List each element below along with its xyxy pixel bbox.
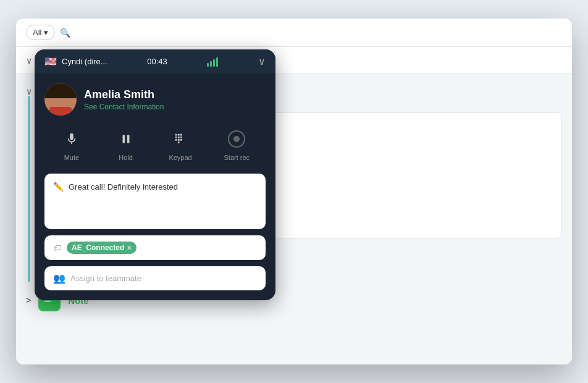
- phone-minimize-button[interactable]: ∨: [258, 56, 266, 67]
- timeline-line: [28, 96, 30, 282]
- flag-icon: 🇺🇸: [44, 56, 57, 67]
- start-rec-icon: [225, 128, 248, 150]
- phone-header: 🇺🇸 Cyndi (dire... 00:43 ∨: [35, 49, 275, 74]
- phone-timer: 00:43: [147, 57, 167, 66]
- tab-nav-chevron[interactable]: ∨: [26, 56, 32, 65]
- tag-chip-label: AE_Connected: [72, 243, 124, 252]
- phone-note-box[interactable]: ✏️ Great call! Definitely interested: [44, 174, 266, 229]
- contact-info-link[interactable]: See Contact Information: [84, 103, 266, 111]
- signal-bars: [207, 57, 218, 67]
- keypad-icon: [169, 128, 191, 150]
- mute-icon: [61, 128, 83, 150]
- dropdown-icon: ▾: [44, 28, 48, 37]
- search-filter-pill[interactable]: All ▾: [26, 25, 55, 40]
- phone-tag-box[interactable]: 🏷 AE_Connected ✕: [44, 235, 266, 260]
- search-input-wrap[interactable]: 🔍: [60, 28, 562, 38]
- assign-placeholder-text: Assign to teammate: [70, 274, 141, 283]
- mute-label: Mute: [64, 154, 79, 161]
- mute-button[interactable]: Mute: [61, 128, 83, 161]
- activity-expand-chevron[interactable]: ∨: [26, 86, 32, 96]
- phone-note-text: Great call! Definitely interested: [69, 181, 178, 193]
- phone-body: Amelia Smith See Contact Information Mut…: [35, 74, 275, 300]
- phone-caller-info: 🇺🇸 Cyndi (dire...: [44, 56, 107, 67]
- phone-assign-box[interactable]: 👥 Assign to teammate: [44, 266, 266, 290]
- hold-button[interactable]: Hold: [115, 128, 137, 161]
- tag-chip-close-button[interactable]: ✕: [127, 245, 132, 251]
- activity-timeline: ∨: [26, 84, 32, 282]
- assign-icon: 👥: [53, 272, 65, 284]
- keypad-button[interactable]: Keypad: [169, 128, 191, 161]
- phone-caller-name: Cyndi (dire...: [62, 57, 107, 66]
- phone-controls: Mute Hold Keypad: [44, 128, 266, 161]
- phone-widget: 🇺🇸 Cyndi (dire... 00:43 ∨ Amelia: [35, 49, 275, 300]
- contact-section: Amelia Smith See Contact Information: [44, 83, 266, 116]
- contact-details: Amelia Smith See Contact Information: [84, 88, 266, 111]
- contact-name: Amelia Smith: [84, 88, 266, 101]
- keypad-label: Keypad: [169, 154, 191, 161]
- contact-avatar: [44, 83, 77, 116]
- tag-icon: 🏷: [53, 243, 62, 253]
- crm-search-bar: All ▾ 🔍: [16, 19, 572, 47]
- note-edit-icon: ✏️: [53, 182, 64, 192]
- start-rec-button[interactable]: Start rec: [224, 128, 250, 161]
- search-icon: 🔍: [60, 28, 70, 38]
- start-rec-label: Start rec: [224, 154, 250, 161]
- all-filter-label: All: [33, 28, 41, 37]
- hold-icon: [115, 128, 137, 150]
- hold-label: Hold: [119, 154, 133, 161]
- tag-chip-ae-connected[interactable]: AE_Connected ✕: [67, 242, 136, 254]
- note-expand-button[interactable]: >: [26, 295, 31, 305]
